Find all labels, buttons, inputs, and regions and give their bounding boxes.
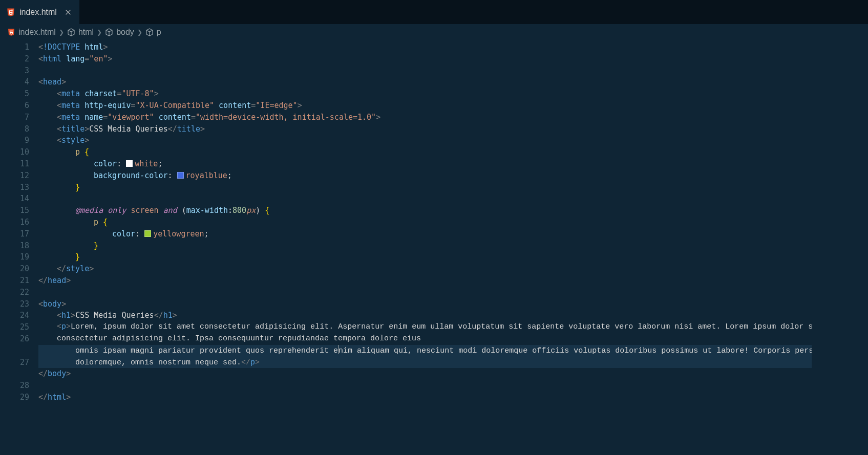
line-number: 8: [0, 123, 29, 135]
code-line: </body>: [38, 368, 868, 380]
tab-index-html[interactable]: index.html: [0, 0, 80, 24]
line-number: 5: [0, 88, 29, 100]
breadcrumb-label: index.html: [18, 28, 56, 37]
code-line: [38, 65, 868, 77]
html5-icon: [7, 28, 15, 36]
code-area[interactable]: <!DOCTYPE html> <html lang="en"> <head> …: [38, 40, 868, 455]
line-number: 20: [0, 263, 29, 275]
symbol-icon: [67, 28, 75, 36]
code-line: <p>Lorem, ipsum dolor sit amet consectet…: [38, 321, 868, 345]
code-line: <body>: [38, 298, 868, 310]
line-number-gutter: 1 2 3 4 5 6 7 8 9 10 11 12 13 14 15 16 1…: [0, 40, 38, 455]
code-line: }: [38, 182, 868, 193]
code-line: <style>: [38, 135, 868, 146]
line-number: 7: [0, 112, 29, 123]
line-number: 25: [0, 321, 29, 333]
code-line: <head>: [38, 76, 868, 88]
code-line: }: [38, 251, 868, 263]
code-line: <meta charset="UTF-8">: [38, 88, 868, 100]
breadcrumb-item-body[interactable]: body: [105, 28, 134, 37]
code-line: [38, 287, 868, 298]
line-number: 10: [0, 146, 29, 158]
line-number: 3: [0, 65, 29, 77]
code-line-active: omnis ipsam magni pariatur provident quo…: [38, 345, 868, 369]
line-number: 27: [0, 357, 29, 380]
line-number: 28: [0, 380, 29, 392]
close-icon[interactable]: [63, 7, 73, 17]
code-line: <meta http-equiv="X-UA-Compatible" conte…: [38, 100, 868, 112]
chevron-right-icon: ❯: [59, 29, 64, 36]
chevron-right-icon: ❯: [137, 29, 142, 36]
line-number: 15: [0, 205, 29, 216]
line-number: 22: [0, 287, 29, 298]
color-swatch-icon: [177, 172, 184, 179]
line-number: [0, 403, 29, 415]
code-line: <html lang="en">: [38, 53, 868, 65]
html5-icon: [6, 8, 15, 17]
code-line: </head>: [38, 275, 868, 287]
line-number: 19: [0, 251, 29, 263]
line-number: 24: [0, 310, 29, 321]
breadcrumb: index.html ❯ html ❯ body ❯ p: [0, 24, 868, 40]
code-line: </style>: [38, 263, 868, 275]
line-number: 14: [0, 193, 29, 205]
breadcrumb-item-html[interactable]: html: [67, 28, 94, 37]
code-line: color: white;: [38, 158, 868, 170]
breadcrumb-item-file[interactable]: index.html: [7, 28, 56, 37]
code-line: color: yellowgreen;: [38, 228, 868, 240]
breadcrumb-label: html: [78, 28, 94, 37]
color-swatch-icon: [144, 230, 151, 237]
line-number: 11: [0, 158, 29, 170]
code-line: </html>: [38, 392, 868, 403]
symbol-icon: [145, 28, 154, 36]
line-number: 21: [0, 275, 29, 287]
chevron-right-icon: ❯: [97, 29, 102, 36]
line-number: 9: [0, 135, 29, 146]
tab-bar: index.html: [0, 0, 868, 24]
code-line: p {: [38, 216, 868, 228]
line-number: 6: [0, 100, 29, 112]
line-number: 18: [0, 240, 29, 252]
code-line: <h1>CSS Media Queries</h1>: [38, 310, 868, 321]
code-line: background-color: royalblue;: [38, 170, 868, 182]
line-number: 4: [0, 76, 29, 88]
line-number: 1: [0, 41, 29, 53]
code-line: [38, 193, 868, 205]
code-line: <title>CSS Media Queries</title>: [38, 123, 868, 135]
code-line: <meta name="viewport" content="width=dev…: [38, 112, 868, 123]
code-line: p {: [38, 146, 868, 158]
color-swatch-icon: [126, 160, 133, 167]
code-line: }: [38, 240, 868, 252]
tab-label: index.html: [19, 8, 57, 17]
breadcrumb-item-p[interactable]: p: [145, 28, 161, 37]
code-line: @media only screen and (max-width:800px)…: [38, 205, 868, 216]
line-number: 26: [0, 333, 29, 357]
line-number: 23: [0, 298, 29, 310]
editor[interactable]: 1 2 3 4 5 6 7 8 9 10 11 12 13 14 15 16 1…: [0, 40, 868, 455]
line-number: 16: [0, 216, 29, 228]
line-number: 2: [0, 53, 29, 65]
minimap[interactable]: [812, 40, 868, 455]
line-number: 29: [0, 392, 29, 403]
code-line: <!DOCTYPE html>: [38, 41, 868, 53]
breadcrumb-label: p: [157, 28, 161, 37]
code-line: [38, 380, 868, 392]
symbol-icon: [105, 28, 113, 36]
line-number: 12: [0, 170, 29, 182]
line-number: 17: [0, 228, 29, 240]
breadcrumb-label: body: [116, 28, 134, 37]
line-number: 13: [0, 182, 29, 193]
